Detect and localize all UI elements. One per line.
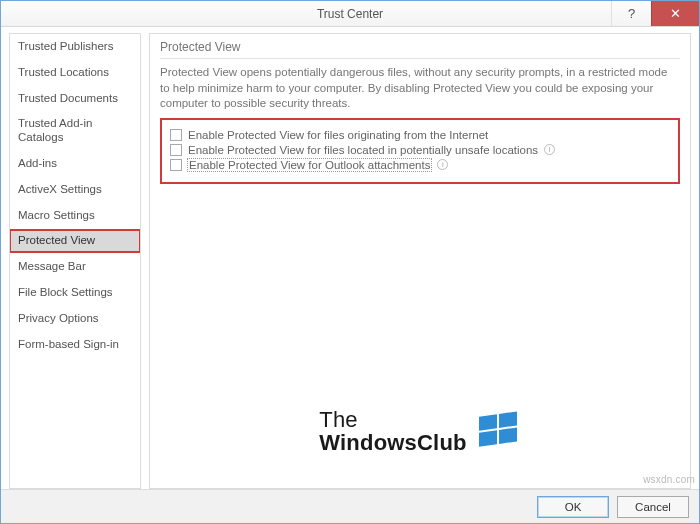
option-label: Enable Protected View for Outlook attach… bbox=[188, 159, 431, 171]
info-icon[interactable]: i bbox=[437, 159, 448, 170]
checkbox-icon[interactable] bbox=[170, 129, 182, 141]
titlebar-buttons: ? ✕ bbox=[611, 1, 699, 26]
sidebar-item-activex-settings[interactable]: ActiveX Settings bbox=[10, 179, 140, 201]
watermark-line1: The bbox=[319, 408, 466, 431]
window-title: Trust Center bbox=[1, 7, 699, 21]
info-icon[interactable]: i bbox=[544, 144, 555, 155]
close-icon: ✕ bbox=[670, 6, 681, 21]
svg-rect-0 bbox=[479, 414, 497, 431]
dialog-footer: OK Cancel bbox=[1, 489, 699, 523]
titlebar: Trust Center ? ✕ bbox=[1, 1, 699, 27]
svg-rect-3 bbox=[499, 427, 517, 444]
sidebar-item-macro-settings[interactable]: Macro Settings bbox=[10, 205, 140, 227]
sidebar-item-trusted-addin-catalogs[interactable]: Trusted Add-in Catalogs bbox=[10, 113, 140, 149]
section-description: Protected View opens potentially dangero… bbox=[160, 65, 680, 112]
close-button[interactable]: ✕ bbox=[651, 1, 699, 26]
sidebar-item-add-ins[interactable]: Add-ins bbox=[10, 153, 140, 175]
sidebar-item-message-bar[interactable]: Message Bar bbox=[10, 256, 140, 278]
svg-rect-1 bbox=[499, 411, 517, 428]
ok-button[interactable]: OK bbox=[537, 496, 609, 518]
option-label: Enable Protected View for files originat… bbox=[188, 129, 488, 141]
window-body: Trusted Publishers Trusted Locations Tru… bbox=[1, 27, 699, 489]
cancel-button[interactable]: Cancel bbox=[617, 496, 689, 518]
svg-rect-2 bbox=[479, 430, 497, 447]
sidebar-item-file-block-settings[interactable]: File Block Settings bbox=[10, 282, 140, 304]
sidebar-item-form-based-signin[interactable]: Form-based Sign-in bbox=[10, 334, 140, 356]
option-unsafe-locations[interactable]: Enable Protected View for files located … bbox=[170, 144, 670, 156]
section-title: Protected View bbox=[160, 40, 680, 56]
watermark: The WindowsClub bbox=[150, 408, 690, 454]
option-label: Enable Protected View for files located … bbox=[188, 144, 538, 156]
sidebar: Trusted Publishers Trusted Locations Tru… bbox=[9, 33, 141, 489]
help-icon: ? bbox=[628, 6, 635, 21]
main-panel: Protected View Protected View opens pote… bbox=[149, 33, 691, 489]
sidebar-item-trusted-locations[interactable]: Trusted Locations bbox=[10, 62, 140, 84]
option-internet-files[interactable]: Enable Protected View for files originat… bbox=[170, 129, 670, 141]
sidebar-item-trusted-documents[interactable]: Trusted Documents bbox=[10, 88, 140, 110]
checkbox-icon[interactable] bbox=[170, 144, 182, 156]
checkbox-icon[interactable] bbox=[170, 159, 182, 171]
section-divider bbox=[160, 58, 680, 59]
trust-center-window: Trust Center ? ✕ Trusted Publishers Trus… bbox=[0, 0, 700, 524]
windows-logo-icon bbox=[477, 409, 521, 453]
sidebar-item-privacy-options[interactable]: Privacy Options bbox=[10, 308, 140, 330]
help-button[interactable]: ? bbox=[611, 1, 651, 26]
sidebar-item-trusted-publishers[interactable]: Trusted Publishers bbox=[10, 36, 140, 58]
option-outlook-attachments[interactable]: Enable Protected View for Outlook attach… bbox=[170, 159, 670, 171]
watermark-line2: WindowsClub bbox=[319, 431, 466, 454]
sidebar-item-protected-view[interactable]: Protected View bbox=[10, 230, 140, 252]
options-group: Enable Protected View for files originat… bbox=[160, 118, 680, 184]
